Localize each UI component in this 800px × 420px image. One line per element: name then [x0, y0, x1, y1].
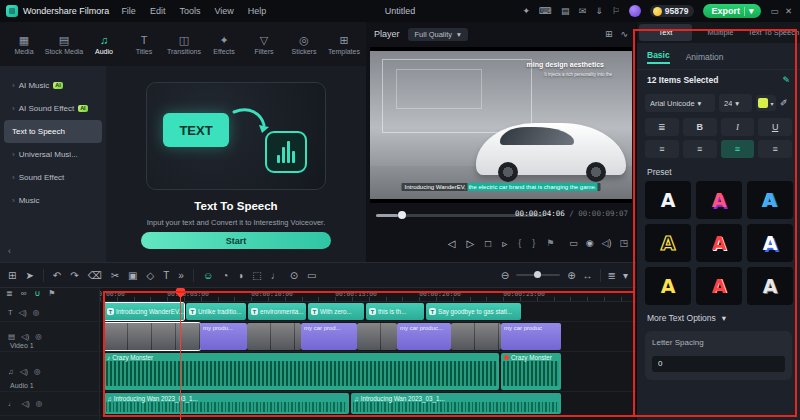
ai-portrait-icon[interactable]: ☺: [203, 270, 213, 281]
seek-handle[interactable]: [398, 211, 406, 219]
video-clip[interactable]: [247, 323, 301, 350]
layout-icon[interactable]: ▤: [561, 6, 570, 16]
display-mode-icon[interactable]: ▭: [569, 238, 578, 248]
align-justify-button[interactable]: ≡: [758, 140, 792, 158]
snap-magnet-icon[interactable]: ∪: [34, 289, 40, 298]
subtab-animation[interactable]: Animation: [686, 52, 724, 62]
points-badge[interactable]: 95879: [650, 5, 695, 17]
menu-view[interactable]: View: [214, 6, 233, 16]
media-browser-icon[interactable]: ⊞: [8, 270, 16, 281]
edit-pen-icon[interactable]: ✎: [782, 75, 790, 85]
split-icon[interactable]: ✂: [111, 270, 119, 281]
render-preview-icon[interactable]: ▭: [307, 270, 316, 281]
tab-effects[interactable]: ✦Effects: [204, 34, 244, 55]
redo-icon[interactable]: ↷: [70, 270, 78, 281]
zoom-in-icon[interactable]: ⊕: [567, 270, 575, 281]
previous-frame-button[interactable]: ◁: [448, 238, 456, 249]
timeline-text-clip[interactable]: T Say goodbye to gas stati...: [426, 303, 521, 320]
more-text-options[interactable]: More Text Options ▾: [637, 305, 800, 327]
select-tool-icon[interactable]: ➤: [25, 270, 33, 281]
volume-icon[interactable]: ◁): [602, 238, 612, 248]
font-size-dropdown[interactable]: 24 ▾: [719, 94, 752, 112]
manage-tracks-icon[interactable]: ≣: [6, 289, 13, 298]
screen-record-icon[interactable]: ⊙: [290, 270, 298, 281]
eyedropper-icon[interactable]: ✐: [780, 98, 788, 108]
chroma-key-icon[interactable]: ⬚: [252, 270, 261, 281]
text-preset-tile[interactable]: A: [747, 224, 793, 262]
bold-button[interactable]: B: [683, 118, 717, 136]
feedback-icon[interactable]: ✉: [579, 6, 587, 16]
link-clips-icon[interactable]: ∞: [21, 289, 27, 298]
toggle-visibility-icon[interactable]: ◎: [35, 332, 42, 341]
avatar[interactable]: [629, 5, 641, 17]
collapse-panel-icon[interactable]: ‹: [8, 246, 11, 256]
crop-icon[interactable]: ▣: [128, 270, 137, 281]
mark-out-button[interactable]: }: [532, 238, 535, 248]
tab-text[interactable]: Text: [639, 24, 692, 41]
zoom-handle[interactable]: [534, 271, 541, 278]
quality-dropdown[interactable]: Full Quality ▾: [408, 28, 468, 41]
text-tool-icon[interactable]: T: [163, 270, 169, 281]
video-clip[interactable]: [451, 323, 501, 350]
video-clip[interactable]: [357, 323, 397, 350]
mute-track-icon[interactable]: ◁): [21, 332, 29, 341]
menu-tools[interactable]: Tools: [179, 6, 200, 16]
preview-stage[interactable]: ming design aesthetics It injects a rich…: [370, 47, 632, 203]
sidebar-item-universal-music[interactable]: › Universal Musi...: [4, 143, 102, 166]
keyboard-icon[interactable]: ⌨: [539, 6, 552, 16]
voiceover-clip[interactable]: ♫Introducing Wan 2023_03_1...: [351, 393, 561, 414]
audio-clip[interactable]: ♪Crazy Monster: [104, 353, 499, 390]
sidebar-item-music[interactable]: › Music: [4, 189, 102, 212]
voiceover-clip[interactable]: ♫Introducing Wan 2023_03_1...: [104, 393, 349, 414]
text-preset-tile[interactable]: A: [747, 181, 793, 219]
timeline-text-clip[interactable]: T Unlike traditio...: [186, 303, 246, 320]
subtab-basic[interactable]: Basic: [647, 50, 670, 64]
mark-in-button[interactable]: {: [518, 238, 521, 248]
sidebar-item-ai-sound-effect[interactable]: › AI Sound Effect AI: [4, 97, 102, 120]
text-preset-tile[interactable]: A: [696, 181, 742, 219]
video-clip[interactable]: my car prod...: [301, 323, 357, 350]
export-dropdown-icon[interactable]: ▾: [749, 6, 754, 16]
align-left-button[interactable]: ≡: [645, 140, 679, 158]
fullscreen-icon[interactable]: ◳: [619, 238, 628, 248]
download-icon[interactable]: ⇓: [595, 6, 603, 16]
tab-stickers[interactable]: ◎Stickers: [284, 34, 324, 55]
mute-track-icon[interactable]: ◁): [19, 308, 27, 317]
scopes-icon[interactable]: ∿: [620, 29, 628, 39]
text-preset-tile[interactable]: A: [645, 267, 691, 305]
audio-clip[interactable]: Crazy Monster: [501, 353, 561, 390]
timeline-text-clip[interactable]: T With zero...: [308, 303, 364, 320]
timeline-text-clip[interactable]: T environmenta...: [248, 303, 306, 320]
align-right-button[interactable]: ≡: [721, 140, 755, 158]
multi-view-icon[interactable]: ⊞: [605, 29, 613, 39]
timeline-text-clip[interactable]: T this is th...: [366, 303, 424, 320]
keyframe-icon[interactable]: ◇: [147, 270, 155, 281]
video-clip[interactable]: [104, 323, 200, 350]
sidebar-item-sound-effect[interactable]: › Sound Effect: [4, 166, 102, 189]
text-style-button[interactable]: ≣: [645, 118, 679, 136]
menu-help[interactable]: Help: [248, 6, 267, 16]
tab-templates[interactable]: ⊞Templates: [324, 34, 364, 55]
tab-multiple[interactable]: Multiple: [694, 22, 747, 43]
panel-collapse-icon[interactable]: ▾: [623, 270, 628, 281]
letter-spacing-input[interactable]: [652, 356, 785, 372]
tab-media[interactable]: ▦Media: [4, 34, 44, 55]
notification-icon[interactable]: ⚐: [612, 6, 620, 16]
toggle-visibility-icon[interactable]: ◎: [33, 308, 40, 317]
fit-timeline-icon[interactable]: ↔: [583, 270, 593, 281]
text-preset-tile[interactable]: A: [696, 224, 742, 262]
italic-button[interactable]: I: [721, 118, 755, 136]
toggle-visibility-icon[interactable]: ◎: [36, 399, 43, 408]
timeline-text-clip[interactable]: T Introducing WanderEV...: [104, 303, 184, 320]
delete-icon[interactable]: ⌫: [88, 270, 102, 281]
tab-text-to-speech[interactable]: Text To Speech: [747, 22, 800, 43]
sidebar-item-ai-music[interactable]: › AI Music AI: [4, 74, 102, 97]
tab-stock-media[interactable]: ▤Stock Media: [44, 34, 84, 55]
video-clip[interactable]: my produ...: [200, 323, 247, 350]
sidebar-item-text-to-speech[interactable]: Text to Speech: [4, 120, 102, 143]
text-preset-tile[interactable]: A: [747, 267, 793, 305]
play-button[interactable]: ▷: [466, 238, 474, 249]
text-preset-tile[interactable]: A: [696, 267, 742, 305]
playhead[interactable]: [180, 288, 181, 420]
snapshot-icon[interactable]: ◉: [586, 238, 594, 248]
